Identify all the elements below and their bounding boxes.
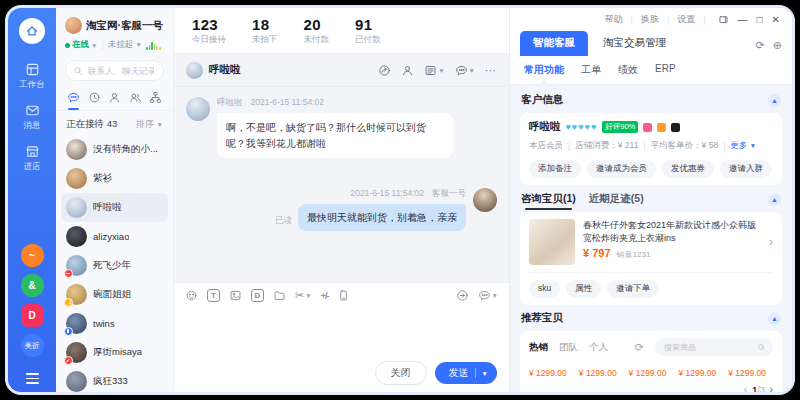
product-search-input[interactable]	[662, 342, 754, 353]
recommend-product[interactable]: ¥ 1299.00	[678, 364, 723, 378]
recommend-product[interactable]: ¥ 1299.00	[629, 364, 674, 378]
video-icon[interactable]: D	[251, 289, 264, 302]
image-icon[interactable]	[229, 289, 242, 302]
message-input[interactable]	[174, 308, 509, 354]
tab-chats[interactable]	[67, 91, 80, 104]
list-item[interactable]: 紫衫	[61, 164, 168, 193]
next-page-icon[interactable]: ›	[770, 384, 773, 392]
attribute-button[interactable]: 属性	[566, 280, 601, 298]
phone-icon[interactable]	[337, 289, 350, 302]
collapse-icon[interactable]: ▲	[768, 193, 781, 206]
add-note-button[interactable]: 添加备注	[529, 160, 581, 178]
list-item[interactable]: 疯狂333	[61, 367, 168, 392]
stat-unpaid: 20未付款	[304, 16, 330, 46]
tab-inquiry-items[interactable]: 咨询宝贝(1)	[521, 192, 576, 206]
settings-link[interactable]: 设置	[677, 13, 695, 26]
list-item[interactable]: 厚街misaya	[61, 338, 168, 367]
invite-group-button[interactable]: 邀请入群	[720, 160, 772, 178]
invite-member-button[interactable]: 邀请成为会员	[587, 160, 656, 178]
sort-dropdown[interactable]: 排序 ▼	[136, 118, 163, 131]
tab-contacts[interactable]	[108, 91, 121, 104]
sku-button[interactable]: sku	[529, 280, 560, 298]
subtab-ticket[interactable]: 工单	[581, 63, 601, 77]
avatar	[66, 313, 87, 334]
chat-mode-icon[interactable]: ▼	[455, 64, 475, 77]
help-link[interactable]: 帮助	[605, 13, 623, 26]
product-row[interactable]: 春秋牛仔外套女2021年新款设计感小众韩版宽松炸街夹克上衣潮ins ¥ 797 …	[529, 219, 773, 265]
hold-status-dropdown[interactable]: 未挂起 ▼	[108, 39, 142, 51]
more-icon[interactable]: ⋯	[485, 64, 497, 77]
list-item[interactable]: 死飞少年	[61, 251, 168, 280]
refresh-icon[interactable]: ⟳	[635, 341, 644, 354]
product-search[interactable]	[655, 338, 773, 356]
forward-icon[interactable]	[456, 289, 469, 302]
list-item-selected[interactable]: 呼啦啦	[61, 193, 168, 222]
list-item[interactable]: alizyxiao	[61, 222, 168, 251]
customer-card-icon[interactable]	[401, 64, 414, 77]
home-logo-icon[interactable]	[19, 18, 45, 44]
auto-reply-icon[interactable]: ▼	[478, 289, 498, 302]
subtab-performance[interactable]: 绩效	[618, 63, 638, 77]
list-item[interactable]: 碗面姐姐	[61, 280, 168, 309]
tab-history[interactable]	[88, 91, 101, 104]
search-icon	[73, 66, 83, 76]
app-meizhe-icon[interactable]: 美折	[21, 334, 44, 357]
emoji-icon[interactable]	[185, 289, 198, 302]
tab-team[interactable]: 团队	[559, 341, 578, 354]
app-green-icon[interactable]: &	[21, 274, 44, 297]
tab-smart-service[interactable]: 智能客服	[520, 31, 588, 56]
recommend-product[interactable]: ¥ 1299.00	[728, 364, 773, 378]
list-item[interactable]: 没有特角的小...	[61, 135, 168, 164]
collapse-icon[interactable]: ▲	[768, 94, 781, 107]
nav-workbench[interactable]: 工作台	[19, 62, 45, 91]
minimize-icon[interactable]: —	[738, 15, 748, 25]
close-window-icon[interactable]: ✕	[772, 15, 780, 25]
tab-hot-sale[interactable]: 热销	[529, 341, 548, 354]
more-link[interactable]: 更多 ▼	[730, 140, 756, 152]
contact-search-input[interactable]	[86, 65, 156, 77]
nav-shop[interactable]: 进店	[24, 144, 41, 173]
invite-order-button[interactable]: 邀请下单	[607, 280, 659, 298]
add-plugin-icon[interactable]: ⊕	[773, 39, 782, 52]
transfer-icon[interactable]	[378, 64, 391, 77]
tab-trade-manage[interactable]: 淘宝交易管理	[590, 31, 679, 56]
nav-message[interactable]: 消息	[24, 103, 41, 132]
inquiry-product-card: 春秋牛仔外套女2021年新款设计感小众韩版宽松炸街夹克上衣潮ins ¥ 797 …	[520, 212, 782, 305]
recommend-product[interactable]: ¥ 1299.00	[579, 364, 624, 378]
dock-window-icon[interactable]	[718, 14, 729, 25]
contact-search[interactable]	[65, 60, 164, 81]
read-status: 已读	[275, 215, 292, 231]
send-coupon-button[interactable]: 发优惠券	[662, 160, 714, 178]
text-format-icon[interactable]: T	[207, 289, 220, 302]
close-button[interactable]: 关闭	[375, 361, 427, 385]
tab-personal[interactable]: 个人	[589, 341, 608, 354]
refresh-icon[interactable]: ⟳	[756, 39, 765, 52]
recommend-product[interactable]: ¥ 1299.00	[529, 364, 574, 378]
file-icon[interactable]	[273, 289, 286, 302]
contact-tab-bar	[56, 83, 173, 111]
shortcut-phrase-icon[interactable]: +/-	[321, 291, 329, 301]
chat-peer-name: 呼啦啦	[209, 63, 372, 77]
app-red-icon[interactable]: D	[21, 304, 44, 327]
subtab-common[interactable]: 常用功能	[524, 63, 564, 77]
prev-page-icon[interactable]: ‹	[744, 384, 747, 392]
subtab-erp[interactable]: ERP	[655, 63, 676, 77]
send-options-caret[interactable]: ▼	[482, 370, 488, 377]
skin-link[interactable]: 换肤	[641, 13, 659, 26]
tab-organization[interactable]	[149, 91, 162, 104]
screenshot-icon[interactable]: ✂▼	[295, 290, 312, 301]
hamburger-menu-icon[interactable]	[26, 373, 39, 384]
collapse-icon[interactable]: ▲	[768, 312, 781, 325]
product-sales: 销量1231	[617, 249, 651, 260]
tab-recent-footprints[interactable]: 近期足迹(5)	[589, 192, 644, 206]
app-orange-icon[interactable]: ~	[21, 244, 44, 267]
list-item[interactable]: twins	[61, 309, 168, 338]
tab-groups[interactable]	[129, 91, 142, 104]
account-avatar[interactable]	[65, 17, 82, 34]
chevron-right-icon[interactable]: ›	[769, 235, 773, 249]
online-status-dropdown[interactable]: 在线▼	[65, 39, 97, 51]
avatar	[66, 284, 87, 305]
maximize-icon[interactable]: □	[757, 15, 763, 25]
send-button[interactable]: 发送▼	[435, 362, 497, 384]
order-list-icon[interactable]: ▼	[424, 64, 444, 77]
